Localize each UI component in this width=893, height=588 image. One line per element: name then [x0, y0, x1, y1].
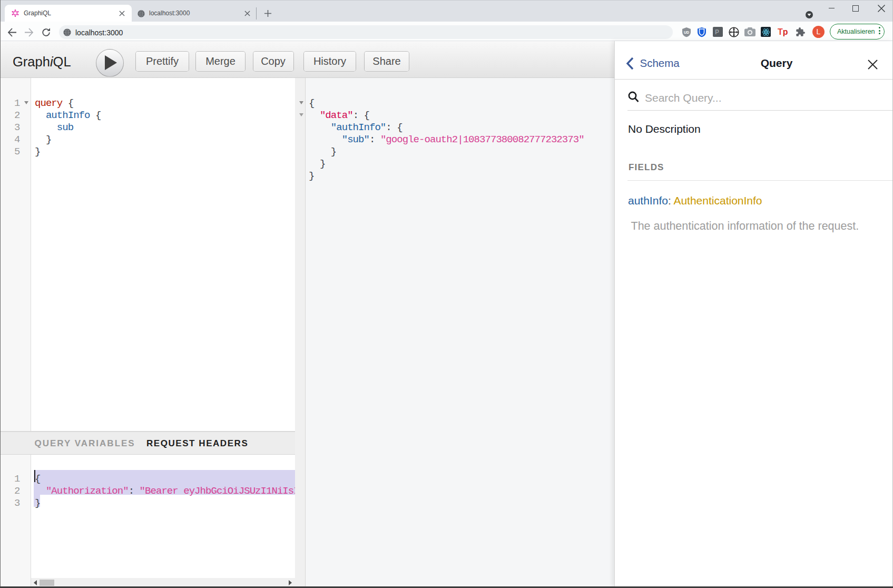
svg-text:UD: UD	[684, 31, 689, 34]
